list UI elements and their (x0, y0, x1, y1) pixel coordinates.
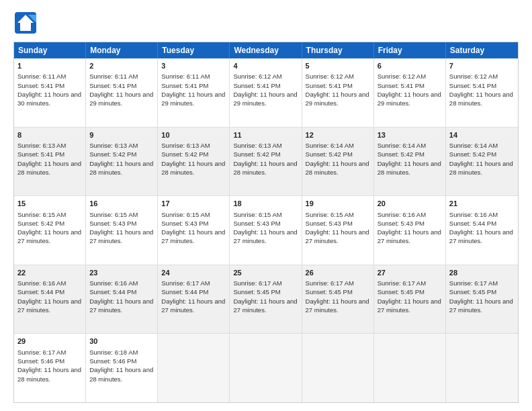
day-cell-8: 8Sunrise: 6:13 AMSunset: 5:41 PMDaylight… (14, 128, 86, 196)
day-cell-9: 9Sunrise: 6:13 AMSunset: 5:42 PMDaylight… (86, 128, 158, 196)
sunset: Sunset: 5:44 PM (89, 288, 136, 295)
day-cell-23: 23Sunrise: 6:16 AMSunset: 5:44 PMDayligh… (86, 265, 158, 334)
sunset: Sunset: 5:41 PM (378, 82, 425, 89)
sunset: Sunset: 5:42 PM (89, 150, 136, 158)
sunset: Sunset: 5:42 PM (161, 150, 208, 158)
calendar: SundayMondayTuesdayWednesdayThursdayFrid… (13, 42, 519, 403)
sunset: Sunset: 5:41 PM (306, 82, 353, 89)
day-header-saturday: Saturday (446, 42, 518, 58)
header (13, 11, 519, 35)
day-number: 25 (233, 268, 298, 278)
daylight: Daylight: 11 hours and 28 minutes. (378, 160, 441, 176)
page: SundayMondayTuesdayWednesdayThursdayFrid… (0, 0, 532, 411)
day-number: 21 (449, 199, 515, 209)
day-number: 16 (89, 199, 154, 209)
day-cell-3: 3Sunrise: 6:11 AMSunset: 5:41 PMDaylight… (158, 58, 230, 127)
day-number: 5 (306, 61, 370, 71)
sunset: Sunset: 5:43 PM (89, 220, 136, 227)
daylight: Daylight: 11 hours and 29 minutes. (233, 91, 297, 107)
day-number: 10 (161, 130, 226, 140)
sunset: Sunset: 5:42 PM (378, 150, 425, 158)
day-header-monday: Monday (86, 42, 158, 58)
calendar-row-5: 29Sunrise: 6:17 AMSunset: 5:46 PMDayligh… (14, 333, 518, 402)
daylight: Daylight: 11 hours and 28 minutes. (89, 366, 153, 382)
calendar-row-4: 22Sunrise: 6:16 AMSunset: 5:44 PMDayligh… (14, 265, 518, 334)
sunrise: Sunrise: 6:13 AM (161, 142, 210, 149)
logo (13, 11, 39, 35)
daylight: Daylight: 11 hours and 29 minutes. (89, 91, 153, 107)
sunset: Sunset: 5:43 PM (233, 220, 280, 227)
day-number: 11 (233, 130, 298, 140)
sunset: Sunset: 5:41 PM (233, 82, 280, 89)
sunset: Sunset: 5:41 PM (89, 82, 136, 89)
sunrise: Sunrise: 6:16 AM (378, 211, 426, 218)
sunrise: Sunrise: 6:17 AM (161, 279, 210, 287)
day-header-friday: Friday (374, 42, 446, 58)
day-number: 9 (89, 130, 154, 140)
daylight: Daylight: 11 hours and 30 minutes. (17, 91, 81, 107)
sunrise: Sunrise: 6:15 AM (89, 211, 138, 218)
daylight: Daylight: 11 hours and 28 minutes. (449, 160, 513, 176)
calendar-row-3: 15Sunrise: 6:15 AMSunset: 5:42 PMDayligh… (14, 195, 518, 265)
calendar-body: 1Sunrise: 6:11 AMSunset: 5:41 PMDaylight… (14, 58, 518, 402)
sunset: Sunset: 5:44 PM (17, 288, 64, 295)
sunset: Sunset: 5:43 PM (378, 220, 425, 227)
day-header-wednesday: Wednesday (230, 42, 302, 58)
daylight: Daylight: 11 hours and 27 minutes. (233, 298, 297, 314)
day-number: 23 (89, 268, 154, 278)
sunset: Sunset: 5:46 PM (89, 357, 136, 365)
day-number: 28 (449, 268, 515, 278)
sunset: Sunset: 5:41 PM (161, 82, 208, 89)
calendar-row-2: 8Sunrise: 6:13 AMSunset: 5:41 PMDaylight… (14, 127, 518, 196)
empty-cell (374, 334, 446, 402)
calendar-header: SundayMondayTuesdayWednesdayThursdayFrid… (14, 42, 518, 58)
sunset: Sunset: 5:45 PM (233, 288, 280, 295)
day-cell-7: 7Sunrise: 6:12 AMSunset: 5:41 PMDaylight… (446, 58, 518, 127)
day-cell-26: 26Sunrise: 6:17 AMSunset: 5:45 PMDayligh… (302, 265, 374, 334)
day-cell-17: 17Sunrise: 6:15 AMSunset: 5:43 PMDayligh… (158, 196, 230, 265)
sunrise: Sunrise: 6:16 AM (89, 279, 138, 287)
day-cell-29: 29Sunrise: 6:17 AMSunset: 5:46 PMDayligh… (14, 334, 86, 402)
sunset: Sunset: 5:41 PM (17, 150, 64, 158)
sunrise: Sunrise: 6:13 AM (89, 142, 138, 149)
day-number: 8 (17, 130, 82, 140)
day-header-thursday: Thursday (302, 42, 374, 58)
sunset: Sunset: 5:42 PM (449, 150, 496, 158)
daylight: Daylight: 11 hours and 27 minutes. (306, 298, 369, 314)
day-number: 15 (17, 199, 82, 209)
sunrise: Sunrise: 6:13 AM (17, 142, 66, 149)
sunset: Sunset: 5:43 PM (306, 220, 353, 227)
daylight: Daylight: 11 hours and 27 minutes. (378, 228, 441, 244)
day-number: 29 (17, 336, 82, 347)
sunrise: Sunrise: 6:12 AM (233, 73, 281, 80)
sunrise: Sunrise: 6:16 AM (17, 279, 66, 287)
sunset: Sunset: 5:44 PM (449, 220, 496, 227)
day-number: 20 (378, 199, 442, 209)
day-number: 12 (306, 130, 370, 140)
daylight: Daylight: 11 hours and 27 minutes. (89, 298, 153, 314)
daylight: Daylight: 11 hours and 28 minutes. (17, 160, 81, 176)
daylight: Daylight: 11 hours and 28 minutes. (306, 160, 369, 176)
calendar-row-1: 1Sunrise: 6:11 AMSunset: 5:41 PMDaylight… (14, 58, 518, 127)
sunrise: Sunrise: 6:15 AM (233, 211, 281, 218)
day-cell-30: 30Sunrise: 6:18 AMSunset: 5:46 PMDayligh… (86, 334, 158, 402)
logo-icon (13, 11, 38, 35)
day-cell-25: 25Sunrise: 6:17 AMSunset: 5:45 PMDayligh… (230, 265, 302, 334)
sunrise: Sunrise: 6:13 AM (233, 142, 281, 149)
day-cell-27: 27Sunrise: 6:17 AMSunset: 5:45 PMDayligh… (374, 265, 446, 334)
sunset: Sunset: 5:45 PM (306, 288, 353, 295)
daylight: Daylight: 11 hours and 27 minutes. (449, 298, 513, 314)
day-number: 19 (306, 199, 370, 209)
day-number: 13 (378, 130, 442, 140)
day-cell-10: 10Sunrise: 6:13 AMSunset: 5:42 PMDayligh… (158, 128, 230, 196)
sunrise: Sunrise: 6:15 AM (306, 211, 354, 218)
day-cell-4: 4Sunrise: 6:12 AMSunset: 5:41 PMDaylight… (230, 58, 302, 127)
sunset: Sunset: 5:45 PM (378, 288, 425, 295)
day-cell-15: 15Sunrise: 6:15 AMSunset: 5:42 PMDayligh… (14, 196, 86, 265)
day-cell-6: 6Sunrise: 6:12 AMSunset: 5:41 PMDaylight… (374, 58, 446, 127)
empty-cell (302, 334, 374, 402)
sunrise: Sunrise: 6:17 AM (17, 349, 66, 356)
day-number: 30 (89, 336, 154, 347)
daylight: Daylight: 11 hours and 28 minutes. (89, 160, 153, 176)
day-cell-16: 16Sunrise: 6:15 AMSunset: 5:43 PMDayligh… (86, 196, 158, 265)
